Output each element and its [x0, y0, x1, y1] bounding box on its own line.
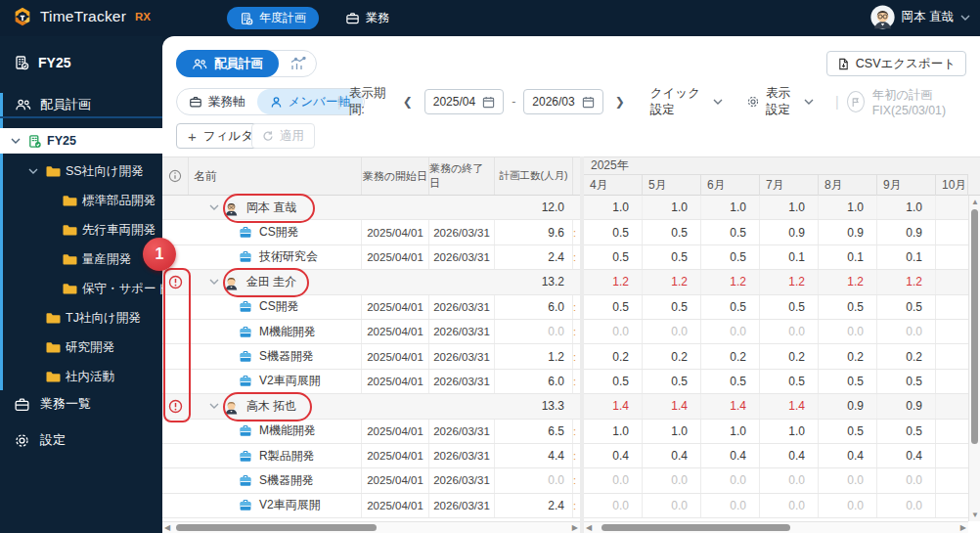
- task-row[interactable]: S機器開発2025/04/012026/03/310.0:: [162, 468, 580, 493]
- task-start-date[interactable]: [361, 196, 428, 219]
- month-effort-cell[interactable]: 0.5: [877, 420, 936, 443]
- month-effort-cell[interactable]: 1.0: [643, 420, 701, 443]
- month-effort-cell[interactable]: 1.2: [643, 270, 701, 293]
- task-name-cell[interactable]: 技術研究会: [188, 245, 361, 269]
- month-effort-cell[interactable]: 0.4: [819, 444, 877, 467]
- chevron-down-icon[interactable]: [209, 403, 219, 409]
- month-effort-cell[interactable]: 0.0: [760, 320, 819, 343]
- task-row[interactable]: V2車両展開2025/04/012026/03/312.4:: [162, 494, 580, 518]
- month-effort-cell[interactable]: 0.5: [584, 245, 643, 269]
- scroll-up-arrow[interactable]: ▲: [971, 198, 979, 206]
- task-start-date[interactable]: [361, 270, 428, 293]
- month-effort-cell[interactable]: 1.0: [643, 196, 701, 219]
- task-name-cell[interactable]: S機器開発: [188, 468, 361, 492]
- task-name-cell[interactable]: V2車両展開: [188, 494, 361, 517]
- sidebar-tree-item[interactable]: 研究開発: [0, 335, 162, 359]
- column-header-start[interactable]: 業務の開始日: [361, 157, 428, 195]
- task-end-date[interactable]: 2026/03/31: [428, 468, 494, 492]
- month-effort-cell[interactable]: 0.9: [819, 220, 877, 244]
- month-effort-cell[interactable]: 0.5: [877, 370, 936, 393]
- member-name-cell[interactable]: 金田 圭介: [188, 270, 361, 293]
- month-effort-cell[interactable]: 0.2: [760, 344, 819, 368]
- month-effort-cell[interactable]: 0.5: [643, 370, 701, 393]
- month-effort-cell[interactable]: 0.9: [877, 220, 936, 244]
- sidebar-tree-item[interactable]: 標準部品開発: [0, 189, 162, 212]
- tab-annual-plan[interactable]: 年度計画: [227, 7, 319, 29]
- task-row[interactable]: R製品開発2025/04/012026/03/314.4:: [162, 444, 580, 468]
- task-start-date[interactable]: 2025/04/01: [361, 320, 428, 343]
- task-end-date[interactable]: 2026/03/31: [428, 320, 494, 343]
- task-start-date[interactable]: [361, 394, 428, 418]
- month-effort-cell[interactable]: 0.5: [819, 420, 877, 443]
- month-effort-cell[interactable]: 0.9: [877, 394, 936, 418]
- quick-settings-dropdown[interactable]: クイック設定: [650, 85, 723, 118]
- task-start-date[interactable]: 2025/04/01: [361, 220, 428, 244]
- month-effort-cell[interactable]: 0.4: [584, 444, 643, 467]
- task-start-date[interactable]: 2025/04/01: [361, 245, 428, 269]
- month-effort-cell[interactable]: 0.9: [819, 394, 877, 418]
- plan-effort-value[interactable]: 13.2: [494, 270, 572, 293]
- month-effort-cell[interactable]: 0.0: [584, 320, 643, 343]
- overload-warning-icon[interactable]: [162, 394, 188, 418]
- period-from-input[interactable]: 2025/04: [424, 89, 504, 114]
- month-effort-cell[interactable]: 0.0: [643, 320, 701, 343]
- plan-effort-value[interactable]: 6.5: [494, 420, 572, 443]
- month-effort-cell[interactable]: 0.9: [760, 220, 819, 244]
- member-row[interactable]: 金田 圭介13.2: [162, 270, 580, 294]
- task-start-date[interactable]: 2025/04/01: [361, 344, 428, 368]
- month-effort-cell[interactable]: 0.4: [701, 444, 760, 467]
- month-effort-cell[interactable]: 0.0: [701, 494, 760, 517]
- month-effort-cell[interactable]: 1.4: [643, 394, 701, 418]
- chevron-down-icon[interactable]: [209, 204, 219, 210]
- scroll-right-arrow[interactable]: ▶: [572, 523, 578, 532]
- month-effort-cell[interactable]: 1.0: [701, 196, 760, 219]
- sidebar-tree-item[interactable]: FY25: [0, 128, 162, 154]
- month-effort-cell[interactable]: 0.0: [877, 494, 936, 517]
- member-name-cell[interactable]: 岡本 直哉: [188, 196, 361, 219]
- plan-effort-value[interactable]: 0.0: [494, 468, 572, 492]
- column-header-plan[interactable]: 計画工数(人月): [494, 157, 572, 195]
- task-start-date[interactable]: 2025/04/01: [361, 468, 428, 492]
- month-effort-cell[interactable]: 1.4: [760, 394, 819, 418]
- plan-effort-value[interactable]: 9.6: [494, 220, 572, 244]
- task-end-date[interactable]: 2026/03/31: [428, 220, 494, 244]
- month-effort-cell[interactable]: 1.4: [701, 394, 760, 418]
- plan-effort-value[interactable]: 2.4: [494, 494, 572, 517]
- month-effort-cell[interactable]: 1.0: [584, 420, 643, 443]
- task-start-date[interactable]: 2025/04/01: [361, 494, 428, 517]
- month-effort-cell[interactable]: 0.5: [760, 370, 819, 393]
- month-effort-cell[interactable]: 0.5: [819, 295, 877, 319]
- scroll-down-arrow[interactable]: ▼: [971, 511, 979, 519]
- task-name-cell[interactable]: R製品開発: [188, 444, 361, 467]
- task-end-date[interactable]: 2026/03/31: [428, 494, 494, 517]
- sidebar-item-settings[interactable]: 設定: [0, 428, 162, 452]
- month-effort-cell[interactable]: 0.4: [760, 444, 819, 467]
- plan-effort-value[interactable]: 2.4: [494, 245, 572, 269]
- month-effort-cell[interactable]: 0.2: [584, 344, 643, 368]
- member-row[interactable]: 岡本 直哉12.0: [162, 196, 580, 220]
- month-effort-cell[interactable]: 0.5: [701, 295, 760, 319]
- month-effort-cell[interactable]: 0.0: [819, 468, 877, 492]
- month-effort-cell[interactable]: 0.5: [760, 295, 819, 319]
- apply-button[interactable]: 適用: [251, 123, 315, 149]
- task-start-date[interactable]: 2025/04/01: [361, 295, 428, 319]
- flag-icon[interactable]: [847, 91, 865, 112]
- sidebar-tree-item[interactable]: 量産開発: [0, 247, 162, 271]
- month-effort-cell[interactable]: 0.2: [877, 344, 936, 368]
- task-end-date[interactable]: 2026/03/31: [428, 344, 494, 368]
- month-effort-cell[interactable]: 0.0: [584, 468, 643, 492]
- task-row[interactable]: M機能開発2025/04/012026/03/316.5:: [162, 420, 580, 444]
- period-prev-button[interactable]: ❮: [399, 95, 417, 109]
- task-row[interactable]: CS開発2025/04/012026/03/319.6:: [162, 220, 580, 244]
- plan-effort-value[interactable]: 1.2: [494, 344, 572, 368]
- task-end-date[interactable]: 2026/03/31: [428, 295, 494, 319]
- sidebar-tree-item[interactable]: TJ社向け開発: [0, 306, 162, 330]
- month-effort-cell[interactable]: 0.4: [877, 444, 936, 467]
- month-effort-cell[interactable]: 1.0: [819, 196, 877, 219]
- horizontal-scroll-thumb[interactable]: [601, 524, 790, 531]
- plan-effort-value[interactable]: 6.0: [494, 295, 572, 319]
- plan-effort-value[interactable]: 0.0: [494, 320, 572, 343]
- month-effort-cell[interactable]: 1.0: [760, 196, 819, 219]
- month-effort-cell[interactable]: 0.5: [701, 245, 760, 269]
- task-name-cell[interactable]: M機能開発: [188, 320, 361, 343]
